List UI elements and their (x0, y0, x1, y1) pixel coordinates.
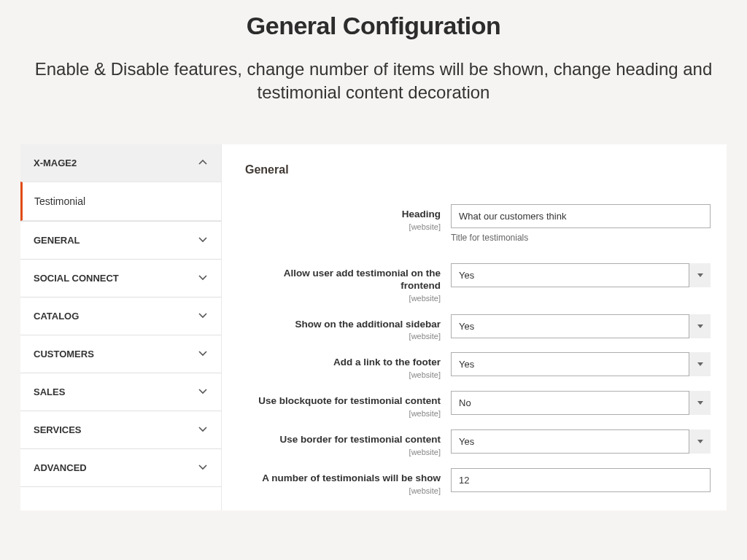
page-title: General Configuration (29, 12, 718, 40)
form-row-border: Use border for testimonial content [webs… (245, 429, 711, 456)
scope-label: [website] (245, 448, 441, 456)
sidebar-item-general[interactable]: GENERAL (20, 222, 221, 259)
chevron-down-icon (198, 311, 208, 321)
help-text: Title for testimonials (451, 233, 711, 243)
field-label: Show on the additional sidebar (245, 319, 441, 331)
sidebar-item-customers[interactable]: CUSTOMERS (20, 335, 221, 373)
scope-label: [website] (245, 294, 441, 303)
main-content: General Heading [website] Title for test… (222, 144, 727, 510)
form-row-count: A number of testimonials will be show [w… (245, 468, 711, 495)
page-description: Enable & Disable features, change number… (31, 58, 716, 105)
sidebar-item-label: SERVICES (34, 424, 82, 435)
sidebar-item-catalog[interactable]: CATALOG (20, 298, 221, 335)
sidebar: X-MAGE2 Testimonial GENERAL SOCIAL CONNE… (20, 144, 222, 510)
sidebar-item-sales[interactable]: SALES (20, 373, 221, 411)
scope-label: [website] (245, 486, 441, 495)
border-select[interactable]: Yes (451, 429, 711, 454)
scope-label: [website] (245, 370, 441, 379)
sidebar-item-advanced[interactable]: ADVANCED (20, 449, 221, 486)
chevron-down-icon (198, 386, 208, 397)
footer-link-select[interactable]: Yes (451, 352, 711, 376)
scope-label: [website] (245, 409, 441, 418)
sidebar-subitem-testimonial[interactable]: Testimonial (20, 182, 221, 221)
chevron-down-icon (198, 462, 208, 472)
field-label: Use blockquote for testimonial content (245, 395, 441, 408)
scope-label: [website] (245, 332, 441, 341)
blockquote-select[interactable]: No (451, 391, 711, 415)
sidebar-item-label: GENERAL (34, 235, 80, 246)
field-label: Heading (245, 209, 441, 221)
sidebar-item-label: CATALOG (34, 311, 79, 322)
section-title: General (245, 163, 711, 176)
sidebar-item-socialconnect[interactable]: SOCIAL CONNECT (20, 260, 221, 297)
chevron-down-icon (198, 235, 208, 245)
show-sidebar-select[interactable]: Yes (451, 314, 711, 338)
field-label: A number of testimonials will be show (245, 472, 441, 485)
field-label: Use border for testimonial content (245, 434, 441, 446)
form-row-blockquote: Use blockquote for testimonial content [… (245, 391, 711, 418)
sidebar-item-label: SALES (34, 386, 65, 397)
heading-input[interactable] (451, 204, 711, 228)
form-row-footer-link: Add a link to the footer [website] Yes (245, 352, 711, 379)
chevron-down-icon (198, 424, 208, 435)
sidebar-item-label: ADVANCED (34, 462, 87, 473)
form-row-allow-add: Allow user add testimonial on the fronte… (245, 263, 711, 303)
sidebar-item-xmage2[interactable]: X-MAGE2 (20, 144, 221, 182)
sidebar-item-label: CUSTOMERS (34, 349, 94, 359)
form-row-heading: Heading [website] Title for testimonials (245, 204, 711, 243)
scope-label: [website] (245, 222, 441, 231)
form-row-show-sidebar: Show on the additional sidebar [website]… (245, 314, 711, 341)
sidebar-item-services[interactable]: SERVICES (20, 411, 221, 448)
allow-add-select[interactable]: Yes (451, 263, 711, 287)
sidebar-item-label: SOCIAL CONNECT (34, 273, 119, 284)
count-input[interactable] (451, 468, 711, 492)
chevron-down-icon (198, 349, 208, 359)
field-label: Allow user add testimonial on the fronte… (245, 268, 441, 292)
sidebar-item-label: X-MAGE2 (34, 158, 77, 168)
field-label: Add a link to the footer (245, 357, 441, 369)
sidebar-subitem-label: Testimonial (34, 195, 85, 207)
chevron-up-icon (198, 158, 208, 168)
config-panel: X-MAGE2 Testimonial GENERAL SOCIAL CONNE… (20, 144, 727, 510)
chevron-down-icon (198, 273, 208, 283)
